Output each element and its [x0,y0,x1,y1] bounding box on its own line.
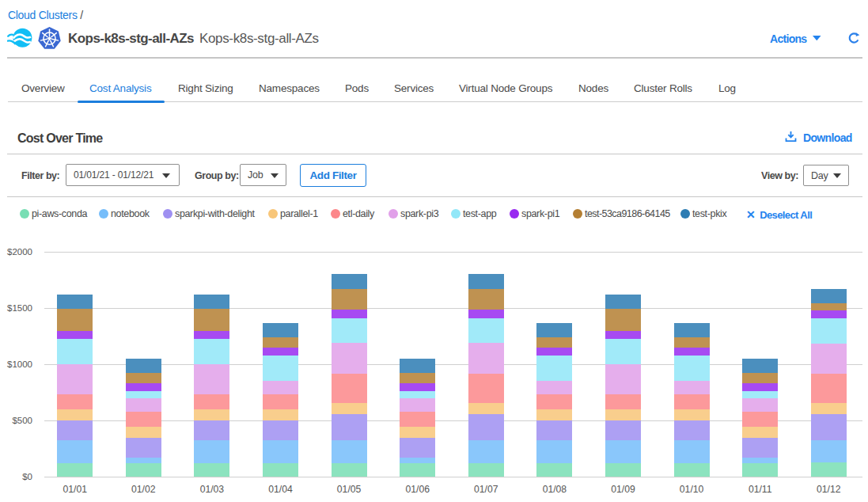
svg-text:01/12: 01/12 [817,484,841,495]
svg-text:01/02: 01/02 [131,484,156,495]
svg-text:01/10: 01/10 [680,484,704,495]
svg-text:$2000: $2000 [7,247,32,257]
svg-text:$1500: $1500 [7,303,32,313]
svg-text:01/07: 01/07 [474,484,498,495]
svg-text:$500: $500 [12,416,32,425]
svg-text:01/11: 01/11 [749,484,772,495]
svg-text:$1000: $1000 [7,359,32,369]
svg-text:01/01: 01/01 [63,484,87,495]
svg-text:01/08: 01/08 [543,484,567,495]
svg-text:01/03: 01/03 [200,484,225,495]
svg-text:$0: $0 [22,472,32,481]
svg-text:01/06: 01/06 [405,484,430,495]
svg-text:01/09: 01/09 [611,484,635,495]
svg-text:01/05: 01/05 [337,484,362,495]
svg-text:01/04: 01/04 [268,484,293,495]
